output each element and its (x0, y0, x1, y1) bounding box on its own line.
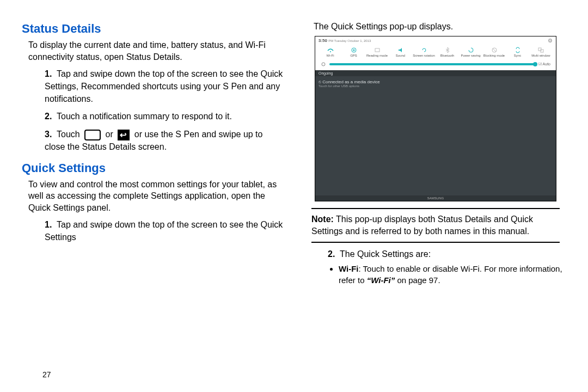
bullet-wifi: Wi-Fi: Touch to enable or disable Wi-Fi.… (339, 263, 566, 286)
toggle-sound: Sound (389, 47, 412, 57)
qs-right-step-2-text: The Quick Settings are: (340, 249, 431, 259)
note: Note: This pop-up displays both Status D… (311, 213, 560, 237)
svg-point-2 (353, 50, 354, 51)
divider-bottom (311, 242, 560, 243)
shot-status-bar: 3:50 PM Tuesday October 1, 2013 ⚙ (315, 36, 556, 45)
shot-panel-sub: Touch for other USB options (318, 84, 553, 88)
svg-point-0 (330, 51, 331, 52)
back-icon (118, 130, 130, 140)
shot-date: PM Tuesday October 1, 2013 (328, 39, 371, 42)
list-status-details: 1.Tap and swipe down the top of the scre… (45, 68, 283, 153)
shot-panel-line: Connected as a media device (322, 79, 379, 84)
toggle-multiwindow: Multi window (529, 47, 553, 57)
page-number: 27 (42, 370, 51, 379)
status-step-2-text: Touch a notification summary to respond … (57, 112, 232, 121)
left-column: Status Details To display the current da… (22, 22, 283, 381)
bullet-wifi-xref: “Wi-Fi” (367, 275, 395, 285)
toggle-gps: GPS (342, 47, 365, 57)
status-step-3-pre: Touch (57, 130, 80, 139)
toggle-blocking: Blocking mode (482, 47, 506, 57)
toggle-rotation: Screen rotation (412, 47, 436, 57)
bullet-wifi-tail: on page 97. (395, 275, 440, 285)
list-qs-right: 2.The Quick Settings are: Wi-Fi: Touch t… (328, 248, 566, 286)
qs-right-step-2: 2.The Quick Settings are: Wi-Fi: Touch t… (328, 248, 566, 286)
qs-step-1-text: Tap and swipe down the top of the screen… (45, 220, 283, 242)
lead-status-details: To display the current date and time, ba… (28, 39, 283, 63)
shot-panel-footer: SAMSUNG (315, 195, 556, 201)
qs-step-1: 1.Tap and swipe down the top of the scre… (45, 219, 283, 243)
note-label: Note: (311, 215, 334, 224)
bullet-wifi-label: Wi-Fi (339, 264, 359, 273)
divider-top (311, 208, 560, 209)
heading-status-details: Status Details (22, 22, 283, 36)
right-column: The Quick Settings pop-up displays. 3:50… (305, 22, 566, 381)
shot-toggle-row: Wi-Fi GPS Reading mode Sound Screen rota… (315, 45, 556, 58)
status-step-1-text: Tap and swipe down the top of the screen… (45, 69, 283, 103)
lead-quick-settings: To view and control the most common sett… (28, 179, 283, 214)
svg-line-5 (493, 48, 496, 52)
toggle-bluetooth: Bluetooth (436, 47, 459, 57)
toggle-reading: Reading mode (365, 47, 389, 57)
toggle-sync: Sync (506, 47, 529, 57)
status-step-1: 1.Tap and swipe down the top of the scre… (45, 68, 283, 105)
shot-panel-header: Ongoing (315, 70, 556, 76)
home-icon (84, 130, 101, 140)
note-text: This pop-up displays both Status Details… (311, 215, 533, 236)
qs-bullets: Wi-Fi: Touch to enable or disable Wi-Fi.… (339, 263, 566, 286)
shot-brightness-slider: ☑ Auto (315, 58, 556, 70)
screenshot-caption: The Quick Settings pop-up displays. (314, 22, 566, 32)
toggle-powersave: Power saving (459, 47, 482, 57)
shot-auto-label: Auto (543, 62, 550, 66)
screenshot: 3:50 PM Tuesday October 1, 2013 ⚙ Wi-Fi … (315, 36, 556, 201)
status-step-3-or: or (106, 130, 113, 139)
brightness-icon (321, 62, 326, 67)
svg-point-8 (322, 63, 325, 66)
status-step-3: 3.Touch or or use the S Pen and swipe up… (45, 128, 283, 153)
svg-rect-3 (375, 48, 379, 52)
heading-quick-settings: Quick Settings (22, 161, 283, 175)
shot-time: 3:50 (318, 38, 327, 43)
settings-gear-icon: ⚙ (548, 38, 553, 44)
list-quick-settings: 1.Tap and swipe down the top of the scre… (45, 219, 283, 243)
shot-notification-panel: Ongoing ⎋ Connected as a media device To… (315, 70, 556, 201)
toggle-wifi: Wi-Fi (318, 47, 342, 57)
status-step-2: 2.Touch a notification summary to respon… (45, 111, 283, 123)
